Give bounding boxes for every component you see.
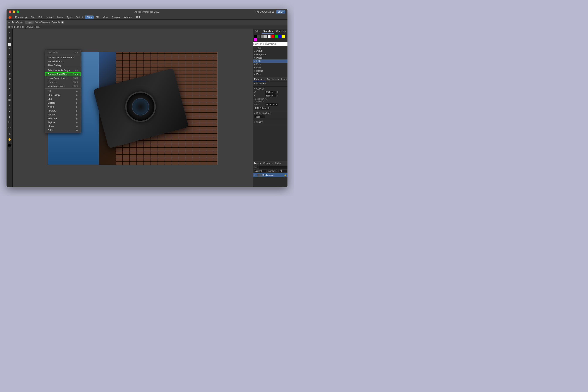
type-tool[interactable]: T [7, 114, 12, 119]
rulers-header[interactable]: ▼ Rulers & Grids [254, 112, 286, 114]
menu-view[interactable]: View [101, 16, 110, 19]
menu-type[interactable]: Type [65, 16, 74, 19]
adjustments-tab[interactable]: Adjustments [266, 77, 280, 81]
filter-last-filter[interactable]: Last Filter ⌘F [45, 50, 80, 54]
swatch-gray[interactable] [261, 35, 264, 38]
mode-value[interactable]: RGB Color [266, 103, 278, 106]
layers-tab[interactable]: Layers [253, 161, 262, 165]
filter-neural[interactable]: Neural Filters... [45, 60, 80, 63]
swatch-search-input[interactable] [253, 42, 288, 46]
filter-vanishing-point[interactable]: Vanishing Point... ⌥⌘V [45, 84, 80, 88]
menu-edit[interactable]: Edit [36, 16, 44, 19]
properties-tab[interactable]: Properties [253, 77, 266, 81]
canvas-header[interactable]: ▼ Canvas [254, 88, 286, 90]
swatch-red[interactable] [271, 35, 274, 38]
minimize-button[interactable] [13, 10, 15, 13]
swatch-yellow[interactable] [282, 35, 285, 38]
close-button[interactable] [9, 10, 11, 13]
opacity-value[interactable]: 100% [276, 170, 286, 172]
menu-filter[interactable]: Filter [85, 16, 94, 19]
swatch-green[interactable] [274, 35, 278, 38]
swatch-light[interactable] [264, 35, 267, 38]
swatch-group-pale[interactable]: ▶ Pale [253, 72, 288, 76]
maximize-button[interactable] [16, 10, 19, 13]
artboard-tool[interactable]: ⊞ [7, 35, 12, 40]
menu-help[interactable]: Help [134, 16, 143, 19]
swatch-black[interactable] [254, 35, 257, 38]
document-header[interactable]: ▼ Document [254, 82, 286, 85]
menu-3d[interactable]: 3D [94, 16, 100, 19]
transform-checkbox[interactable] [62, 21, 64, 24]
pen-tool[interactable]: ✒ [7, 109, 12, 114]
rectangle-tool[interactable]: ▭ [7, 125, 12, 130]
swatch-blue[interactable] [278, 35, 281, 38]
filter-distort[interactable]: Distort ▶ [45, 101, 80, 105]
filter-blur-gallery[interactable]: Blur Gallery ▶ [45, 93, 80, 97]
filter-blur[interactable]: Blur ▶ [45, 97, 80, 101]
spot-heal-tool[interactable]: ⊕ [7, 71, 12, 76]
eraser-tool[interactable]: ◻ [7, 92, 12, 97]
menu-photoshop[interactable]: Photoshop [14, 16, 28, 19]
swatch-group-dark[interactable]: ▶ Dark [253, 66, 288, 69]
gradients-tab[interactable]: Gradients [274, 29, 287, 34]
swatch-magenta[interactable] [254, 38, 257, 42]
share-button[interactable]: Share [276, 10, 285, 14]
hand-tool[interactable]: ✋ [7, 137, 12, 142]
marquee-tool[interactable]: ⬜ [7, 42, 12, 47]
menu-window[interactable]: Window [122, 16, 134, 19]
canvas-area[interactable]: Last Filter ⌘F Convert for Smart Filters… [13, 29, 252, 187]
swatches-tab[interactable]: Swatches [262, 29, 274, 34]
foreground-color[interactable] [8, 144, 11, 147]
extra-tools[interactable]: ··· [7, 147, 12, 152]
canvas-height-value[interactable]: 4160 px [265, 94, 276, 97]
gradient-tool[interactable]: ▦ [7, 97, 12, 102]
menu-plugins[interactable]: Plugins [110, 16, 122, 19]
swatch-group-pastel[interactable]: ▶ Pastel [253, 56, 288, 60]
swatch-group-light[interactable]: ▶ Light [253, 60, 288, 63]
filter-convert-smart[interactable]: Convert for Smart Filters [45, 56, 80, 60]
zoom-tool[interactable]: ⊕ [7, 132, 12, 136]
clone-stamp-tool[interactable]: ✎ [7, 82, 12, 86]
filter-pixelate[interactable]: Pixelate ▶ [45, 109, 80, 112]
swatch-group-cmyk[interactable]: ▶ CMYK [253, 50, 288, 53]
filter-sharpen[interactable]: Sharpen ▶ [45, 116, 80, 120]
path-select-tool[interactable]: ▷ [7, 120, 12, 124]
libraries-tab[interactable]: Libraries [280, 77, 288, 81]
apple-menu[interactable]: 🍎 [8, 16, 12, 19]
swatch-group-rgb[interactable]: ▼ RGB [253, 46, 288, 50]
filter-stylize[interactable]: Stylize ▶ [45, 120, 80, 124]
crop-tool[interactable]: ⊡ [7, 59, 12, 64]
menu-select[interactable]: Select [74, 16, 84, 19]
dodge-tool[interactable]: ○ [7, 102, 12, 107]
menu-image[interactable]: Image [45, 16, 55, 19]
swatch-dark[interactable] [257, 35, 260, 38]
filter-other[interactable]: Other ▶ [45, 128, 80, 132]
auto-select-dropdown[interactable]: Layer [25, 21, 33, 24]
unit-value[interactable]: Pixels [254, 116, 264, 118]
brush-tool[interactable]: 🖌 [7, 76, 12, 81]
swatch-group-grayscale[interactable]: ▶ Grayscale [253, 53, 288, 56]
paths-tab[interactable]: Paths [274, 161, 282, 165]
filter-liquify[interactable]: Liquify... ⇧⌘X [45, 80, 80, 84]
filter-adaptive-wide[interactable]: Adaptive Wide Angle... ⌥⇧A [45, 68, 80, 72]
swatch-group-darker[interactable]: ▶ Darker [253, 69, 288, 72]
filter-gallery[interactable]: Filter Gallery... [45, 63, 80, 67]
guides-header[interactable]: ▼ Guides [254, 121, 286, 123]
eyedropper-tool[interactable]: ✒ [7, 64, 12, 69]
depth-value[interactable]: 8 Bits/Channel [254, 107, 270, 110]
filter-video[interactable]: Video ▶ [45, 124, 80, 128]
filter-render[interactable]: Render ▶ [45, 112, 80, 116]
layer-row-background[interactable]: 👁 Background 🔒 [253, 173, 288, 177]
swatch-group-pure[interactable]: ▶ Pure [253, 63, 288, 66]
menu-layer[interactable]: Layer [55, 16, 65, 19]
filter-noise[interactable]: Noise ▶ [45, 105, 80, 109]
blend-mode-value[interactable]: Normal [254, 170, 266, 172]
history-brush-tool[interactable]: ⟳ [7, 87, 12, 92]
menu-file[interactable]: File [29, 16, 36, 19]
filter-camera-raw[interactable]: Camera Raw Filter... ⇧⌘A [45, 72, 80, 76]
layers-search-input[interactable] [258, 166, 288, 168]
move-tool[interactable]: ↖ [7, 30, 12, 35]
filter-3d[interactable]: 3D ▶ [45, 89, 80, 93]
layer-visibility-icon[interactable]: 👁 [254, 174, 256, 176]
magic-wand-tool[interactable]: ✦ [7, 52, 12, 57]
